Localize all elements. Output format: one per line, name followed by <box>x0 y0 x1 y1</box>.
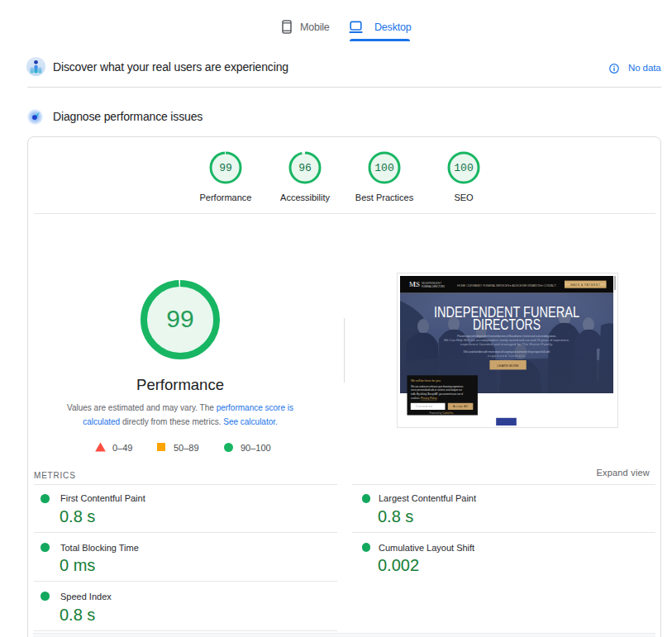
svg-text:MLS: MLS <box>409 280 420 288</box>
svg-text:cookies. Privacy Policy: cookies. Privacy Policy <box>411 397 437 400</box>
svg-text:LEARN MORE: LEARN MORE <box>498 364 520 368</box>
svg-text:We use cookies to enhance your: We use cookies to enhance your browsing … <box>411 385 464 388</box>
svg-text:Customize: Customize <box>416 405 432 408</box>
svg-text:experience founded and managed: experience founded and managed by The Hu… <box>460 342 553 346</box>
svg-text:Accept All: Accept All <box>453 405 468 408</box>
svg-text:organised funerals.: organised funerals. <box>488 354 526 358</box>
svg-text:Powered by CookieYes: Powered by CookieYes <box>430 411 454 415</box>
svg-text:FUNERAL DIRECTORS: FUNERAL DIRECTORS <box>422 285 445 288</box>
svg-text:serve personalized ads or cont: serve personalized ads or content, and a… <box>411 388 462 392</box>
svg-text:We will be there for you: We will be there for you <box>411 379 441 383</box>
svg-text:HOME OUR FAMILY FUNERAL SERV: HOME OUR FAMILY FUNERAL SERVICES ▾ ADVIC… <box>457 284 557 288</box>
svg-text:DIRECTORS: DIRECTORS <box>473 316 541 333</box>
svg-text:traffic. By clicking "Accept A: traffic. By clicking "Accept All", you c… <box>411 392 463 396</box>
svg-text:MAKE A PAYMENT: MAKE A PAYMENT <box>570 283 600 287</box>
